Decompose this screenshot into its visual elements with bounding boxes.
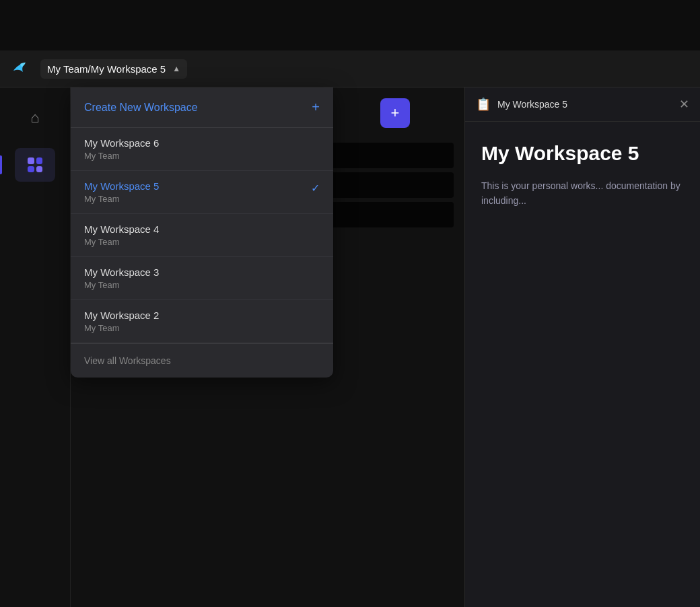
create-workspace-label: Create New Workspace: [84, 102, 198, 114]
workspace-heading: My Workspace 5: [481, 142, 684, 165]
header: My Team/My Workspace 5 ▲: [0, 50, 700, 87]
main-content: Create New Workspace + My Workspace 6 My…: [71, 87, 464, 607]
workspace-item-6-info: My Workspace 6 My Team: [84, 137, 159, 161]
workspace-item-5-info: My Workspace 5 My Team: [84, 180, 159, 204]
workspace-item-4[interactable]: My Workspace 4 My Team: [71, 214, 333, 257]
workspace-item-4-team: My Team: [84, 237, 159, 247]
add-button[interactable]: +: [380, 98, 410, 128]
add-icon: +: [391, 104, 400, 122]
workspace-dropdown: Create New Workspace + My Workspace 6 My…: [71, 87, 333, 378]
top-bar: [0, 0, 700, 50]
chevron-up-icon: ▲: [172, 64, 180, 73]
workspace-item-2-team: My Team: [84, 323, 159, 333]
right-panel-header: 📋 My Workspace 5 ✕: [465, 87, 700, 122]
workspace-item-3[interactable]: My Workspace 3 My Team: [71, 257, 333, 300]
create-workspace-item[interactable]: Create New Workspace +: [71, 87, 333, 128]
workspace-item-3-info: My Workspace 3 My Team: [84, 266, 159, 290]
right-panel: 📋 My Workspace 5 ✕ My Workspace 5 This i…: [464, 87, 700, 607]
right-panel-title: My Workspace 5: [497, 99, 567, 110]
workspace-item-5-team: My Team: [84, 194, 159, 204]
workspace-selector-label: My Team/My Workspace 5: [47, 63, 166, 75]
workspace-item-6-team: My Team: [84, 151, 159, 161]
sidebar: ⌂: [0, 87, 71, 607]
notebook-icon: 📋: [476, 97, 491, 112]
view-all-section[interactable]: View all Workspaces: [71, 343, 333, 378]
workspace-item-5[interactable]: My Workspace 5 My Team ✓: [71, 171, 333, 214]
grid-icon: [28, 157, 42, 172]
workspace-item-4-info: My Workspace 4 My Team: [84, 223, 159, 247]
workspace-item-4-name: My Workspace 4: [84, 223, 159, 235]
workspace-item-6-name: My Workspace 6: [84, 137, 159, 149]
workspace-item-2-info: My Workspace 2 My Team: [84, 310, 159, 333]
right-panel-content: My Workspace 5 This is your personal wor…: [465, 122, 700, 229]
right-panel-title-row: 📋 My Workspace 5: [476, 97, 567, 112]
sidebar-item-home[interactable]: ⌂: [15, 101, 55, 135]
workspace-item-3-team: My Team: [84, 280, 159, 290]
workspace-item-3-name: My Workspace 3: [84, 266, 159, 278]
app-body: ⌂ Create New Workspace + My Workspace 6 …: [0, 87, 700, 607]
create-plus-icon: +: [312, 100, 320, 115]
workspace-item-2[interactable]: My Workspace 2 My Team: [71, 300, 333, 343]
close-icon[interactable]: ✕: [679, 97, 689, 112]
check-icon: ✓: [311, 182, 320, 194]
sidebar-item-grid[interactable]: [15, 148, 55, 182]
workspace-item-6[interactable]: My Workspace 6 My Team: [71, 128, 333, 171]
logo-icon: [11, 57, 30, 80]
workspace-item-2-name: My Workspace 2: [84, 310, 159, 321]
home-icon: ⌂: [30, 109, 39, 127]
workspace-item-5-name: My Workspace 5: [84, 180, 159, 192]
workspace-selector[interactable]: My Team/My Workspace 5 ▲: [40, 59, 187, 79]
workspace-description: This is your personal works... documenta…: [481, 178, 684, 209]
view-all-label: View all Workspaces: [84, 355, 171, 366]
